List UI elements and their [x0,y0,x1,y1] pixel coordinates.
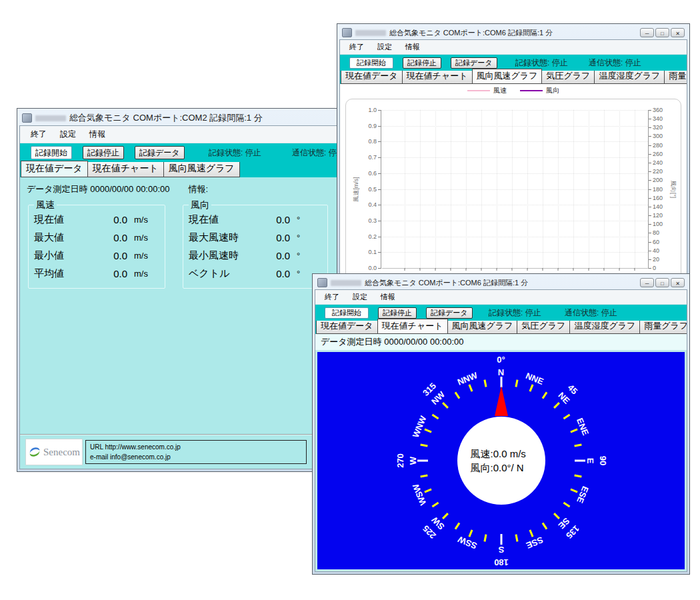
tab[interactable]: 現在値データ [316,319,378,334]
x-axis-tickmark [435,268,436,271]
toolbar-button[interactable]: 記録停止 [83,146,124,159]
maximize-button[interactable]: □ [655,28,669,37]
datetime-row: データ測定日時 0000/00/00 00:00:00 [315,334,687,350]
toolbar-button[interactable]: 記録停止 [403,57,441,69]
window-wind-graph: 総合気象モニタ COMポート:COM6 記録間隔:1 分 ─□✕ 終了設定情報 … [337,23,690,285]
right-axis-tickmark [649,242,651,243]
toolbar-button[interactable]: 記録開始 [349,57,393,69]
right-axis-tickmark [649,119,651,119]
風向-button: 風向 [520,86,559,95]
left-axis-tickmark [378,205,381,205]
legend-line-swatch [520,90,543,91]
groupbox-title: 風速 [34,199,57,211]
menu-item[interactable]: 設定 [371,41,399,53]
close-button[interactable]: ✕ [671,278,685,287]
legend-line-swatch [467,90,490,91]
menu-item[interactable]: 終了 [318,291,346,303]
measurement-value: 0.0 [263,250,290,261]
toolbar-button[interactable]: 記録停止 [378,307,417,319]
measurement-value: 0.0 [101,268,127,279]
measurement-row: 平均値 0.0 m/s [34,265,159,283]
gridline-horizontal [381,126,648,127]
close-button[interactable]: ✕ [671,28,685,37]
tab[interactable]: 現在値データ [21,161,88,177]
right-axis-tick-label: 220 [653,168,663,175]
measurement-unit: ° [290,251,322,261]
left-axis-tickmark [378,173,381,174]
plot-area: 風速[m/s] 風向[°] 1.00.90.80.70.60.50.40.30.… [381,110,649,269]
measurement-label: 最大風速時 [189,231,263,244]
gridline-horizontal [381,268,648,269]
toolbar-button[interactable]: 記録データ [135,146,185,159]
measurement-row: 最大風速時 0.0 ° [189,229,322,247]
toolbar-button[interactable]: 記録開始 [31,146,72,159]
url-line[interactable]: URL http://www.senecom.co.jp [90,442,302,452]
chart-area: 風速 風向 風速[m/s] 風向[°] 1.00.90.80.70.60.50.… [340,84,687,281]
menu-item[interactable]: 情報 [374,291,402,303]
menu-item[interactable]: 情報 [399,41,427,53]
left-axis-tickmark [378,252,381,253]
maximize-button[interactable]: □ [655,278,669,287]
tab[interactable]: 雨量グラフ [639,319,687,334]
measurement-row: 現在値 0.0 ° [189,211,322,229]
tab[interactable]: 温度湿度グラフ [594,69,665,84]
email-line[interactable]: e-mail info@senecom.co.jp [90,452,302,462]
tab[interactable]: 風向風速グラフ [163,161,240,177]
left-axis-tickmark [378,268,381,269]
tab[interactable]: 現在値データ [341,69,403,84]
menu-item[interactable]: 終了 [24,127,53,141]
tab[interactable]: 気圧グラフ [541,69,595,84]
menu-item[interactable]: 終了 [343,41,371,53]
tab[interactable]: 気圧グラフ [517,319,570,334]
gridline-horizontal [381,205,648,205]
measurement-value: 0.0 [263,214,290,225]
measurement-label: ベクトル [189,267,263,280]
right-axis-tick-label: 20 [653,256,659,263]
toolbar-button[interactable]: 記録データ [426,307,473,319]
menu-item[interactable]: 設定 [346,291,374,303]
right-axis-tickmark [649,198,651,199]
datetime-label: データ測定日時 0000/00/00 00:00:00 [321,337,464,347]
minimize-button[interactable]: ─ [640,28,654,37]
compass-dial-area: NNNENEENEEESESESSESSSWSWWSWWWNWNWNNW0°45… [317,352,685,569]
window-controls: ─□✕ [640,28,685,37]
titlebar[interactable]: 総合気象モニタ COMポート:COM6 記録間隔:1 分 ─□✕ [339,26,687,39]
tab[interactable]: 風向風速グラフ [472,69,543,84]
menu-item[interactable]: 情報 [83,127,112,141]
groupbox-wind-speed: 風速 現在値 0.0 m/s 最大値 0.0 m/s [28,205,165,289]
gridline-vertical [405,110,405,268]
left-axis-tickmark [378,157,381,158]
right-axis-tickmark [649,163,651,163]
tab[interactable]: 現在値チャート [377,319,448,334]
measurement-value: 0.0 [263,232,290,243]
app-icon [317,278,327,287]
right-axis-tick-label: 280 [653,142,663,149]
titlebar[interactable]: 総合気象モニタ COMポート:COM2 記録間隔:1 分 [19,111,374,125]
tab[interactable]: 風向風速グラフ [447,319,518,334]
left-axis-tick-label: 0.2 [368,233,377,240]
toolbar-button[interactable]: 記録データ [451,57,497,69]
datetime-label: データ測定日時 0000/00/00 00:00:00 [27,183,170,195]
tab[interactable]: 雨量グラフ [664,69,687,84]
right-axis-tick-label: 260 [653,151,663,157]
tab[interactable]: 温度湿度グラフ [569,319,640,334]
tab[interactable]: 現在値チャート [402,69,473,84]
風速-button: 風速 [467,86,507,95]
right-axis-tick-label: 300 [653,133,663,139]
app-icon [342,28,352,37]
titlebar[interactable]: 総合気象モニタ COMポート:COM6 記録間隔:1 分 ─□✕ [315,276,687,289]
compass-dial: 風速:0.0 m/s 風向:0.0°/ N [457,417,545,505]
record-status: 記録状態: 停止 [515,57,568,69]
left-axis-tick-label: 0.9 [368,123,377,129]
toolbar-button[interactable]: 記録開始 [325,307,369,319]
measurement-unit: m/s [127,215,159,225]
x-axis-tickmark [405,268,405,271]
gridline-vertical [435,110,436,268]
minimize-button[interactable]: ─ [640,278,654,287]
measurement-label: 現在値 [34,213,101,226]
wind-direction-pointer [495,386,508,416]
menu-item[interactable]: 設定 [53,127,83,141]
right-axis-tickmark [649,136,651,137]
left-axis-tick-label: 0.4 [368,201,377,208]
tab[interactable]: 現在値チャート [87,161,164,177]
